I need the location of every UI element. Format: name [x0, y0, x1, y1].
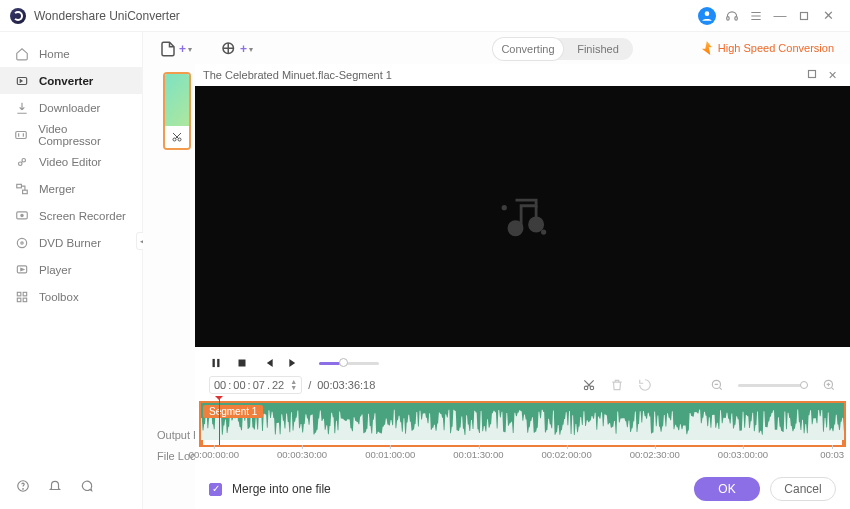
sidebar-item-converter[interactable]: Converter [0, 67, 142, 94]
sidebar-item-label: Merger [39, 183, 75, 195]
recorder-icon [14, 208, 29, 223]
editor-close-icon[interactable]: ✕ [822, 69, 842, 82]
svg-point-13 [20, 241, 22, 243]
sidebar-item-label: Video Editor [39, 156, 101, 168]
svg-rect-9 [22, 190, 27, 194]
svg-rect-30 [217, 359, 219, 367]
main-toolbar: +▾ +▾ Converting Finished High Speed Con… [143, 32, 850, 66]
sidebar-item-dvd[interactable]: DVD Burner [0, 229, 142, 256]
account-avatar[interactable] [698, 7, 716, 25]
sidebar-item-player[interactable]: Player [0, 256, 142, 283]
window-close-icon[interactable]: ✕ [816, 4, 840, 28]
clip-thumbnail[interactable] [163, 72, 191, 150]
waveform-segment[interactable]: Segment 1 [199, 401, 846, 447]
next-frame-button[interactable] [287, 356, 301, 370]
cut-button[interactable] [582, 378, 596, 392]
player-icon [14, 262, 29, 277]
music-note-icon [493, 187, 553, 247]
sidebar-item-downloader[interactable]: Downloader [0, 94, 142, 121]
trim-editor-panel: The Celebrated Minuet.flac-Segment 1 ✕ 0… [195, 64, 850, 509]
svg-rect-17 [17, 298, 21, 302]
tab-finished[interactable]: Finished [563, 38, 633, 60]
sidebar-item-label: Home [39, 48, 70, 60]
svg-rect-8 [16, 184, 21, 188]
sidebar-item-merger[interactable]: Merger [0, 175, 142, 202]
add-files-button[interactable]: +▾ [159, 40, 192, 58]
prev-frame-button[interactable] [261, 356, 275, 370]
svg-rect-5 [16, 131, 27, 138]
high-speed-label: High Speed Conversion [718, 42, 834, 54]
waveform-canvas [201, 403, 844, 440]
timeline-ruler: 00:00:00:0000:00:30:0000:01:00:0000:01:3… [201, 449, 844, 469]
tab-converting[interactable]: Converting [493, 38, 563, 60]
zoom-out-button[interactable] [710, 378, 724, 392]
total-time: 00:03:36:18 [317, 379, 375, 391]
svg-point-0 [705, 11, 710, 16]
sidebar-item-compressor[interactable]: Video Compressor [0, 121, 142, 148]
sidebar-item-label: DVD Burner [39, 237, 101, 249]
ok-button[interactable]: OK [694, 477, 760, 501]
svg-point-20 [23, 489, 24, 490]
merge-label: Merge into one file [232, 482, 331, 496]
preview-viewport [195, 86, 850, 347]
sidebar-item-label: Video Compressor [38, 123, 128, 147]
title-bar: Wondershare UniConverter — ✕ [0, 0, 850, 32]
notifications-icon[interactable] [46, 477, 64, 495]
playhead[interactable] [219, 397, 220, 445]
svg-point-25 [508, 221, 521, 234]
segment-badge: Segment 1 [203, 405, 263, 418]
clip-thumbnail-preview [165, 74, 189, 126]
pause-button[interactable] [209, 356, 223, 370]
time-hh: 00 [214, 379, 226, 391]
svg-rect-15 [17, 292, 21, 296]
volume-slider[interactable] [319, 362, 379, 365]
sidebar-item-toolbox[interactable]: Toolbox [0, 283, 142, 310]
sidebar-item-label: Downloader [39, 102, 100, 114]
svg-point-28 [542, 230, 544, 232]
stop-button[interactable] [235, 356, 249, 370]
app-title: Wondershare UniConverter [34, 9, 180, 23]
time-separator: / [308, 379, 311, 391]
editor-title: The Celebrated Minuet.flac-Segment 1 [203, 69, 392, 81]
cancel-button[interactable]: Cancel [770, 477, 836, 501]
help-icon[interactable] [14, 477, 32, 495]
svg-rect-24 [809, 71, 816, 78]
time-ss: 07 [253, 379, 265, 391]
editor-footer: Merge into one file OK Cancel [195, 469, 850, 509]
conversion-tabs: Converting Finished [493, 38, 633, 60]
editor-maximize-icon[interactable] [802, 67, 822, 83]
support-icon[interactable] [720, 4, 744, 28]
sidebar: Home Converter Downloader Video Compress… [0, 32, 143, 509]
converter-icon [14, 73, 29, 88]
menu-icon[interactable] [744, 4, 768, 28]
svg-rect-31 [239, 360, 246, 367]
sidebar-item-recorder[interactable]: Screen Recorder [0, 202, 142, 229]
merger-icon [14, 181, 29, 196]
current-time-input[interactable]: 00: 00: 07. 22 ▲▼ [209, 376, 302, 394]
feedback-icon[interactable] [78, 477, 96, 495]
window-maximize-icon[interactable] [792, 4, 816, 28]
compressor-icon [14, 127, 28, 142]
high-speed-toggle[interactable]: High Speed Conversion [702, 41, 834, 55]
merge-checkbox[interactable] [209, 483, 222, 496]
delete-button[interactable] [610, 378, 624, 392]
home-icon [14, 46, 29, 61]
playback-controls [195, 353, 850, 373]
sidebar-item-editor[interactable]: Video Editor [0, 148, 142, 175]
sidebar-item-label: Toolbox [39, 291, 79, 303]
time-ff: 22 [272, 379, 284, 391]
zoom-in-button[interactable] [822, 378, 836, 392]
app-logo-icon [10, 8, 26, 24]
window-minimize-icon[interactable]: — [768, 4, 792, 28]
svg-point-12 [17, 238, 26, 247]
sidebar-item-home[interactable]: Home [0, 40, 142, 67]
dvd-icon [14, 235, 29, 250]
svg-rect-18 [23, 298, 27, 302]
reset-button[interactable] [638, 378, 652, 392]
zoom-slider[interactable] [738, 384, 808, 387]
toolbox-icon [14, 289, 29, 304]
sidebar-item-label: Converter [39, 75, 93, 87]
add-url-button[interactable]: +▾ [220, 40, 253, 58]
svg-rect-29 [213, 359, 215, 367]
time-stepper[interactable]: ▲▼ [290, 379, 297, 391]
